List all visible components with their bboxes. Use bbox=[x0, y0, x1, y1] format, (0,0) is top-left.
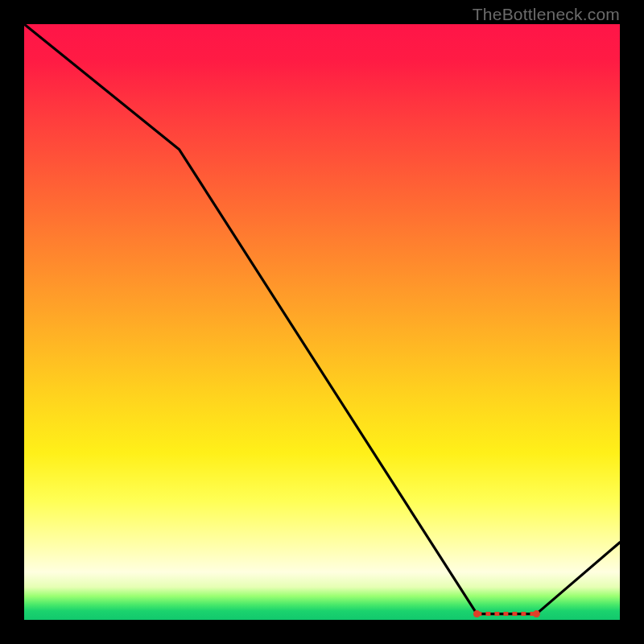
plot-area bbox=[24, 24, 620, 620]
chart-svg bbox=[24, 24, 620, 620]
curve-layer bbox=[24, 24, 620, 614]
chart-frame: TheBottleneck.com bbox=[0, 0, 644, 644]
marker-dot-start bbox=[473, 610, 481, 617]
watermark-text: TheBottleneck.com bbox=[473, 5, 620, 24]
marker-dot-end bbox=[533, 610, 540, 617]
bottleneck-curve bbox=[24, 24, 620, 614]
